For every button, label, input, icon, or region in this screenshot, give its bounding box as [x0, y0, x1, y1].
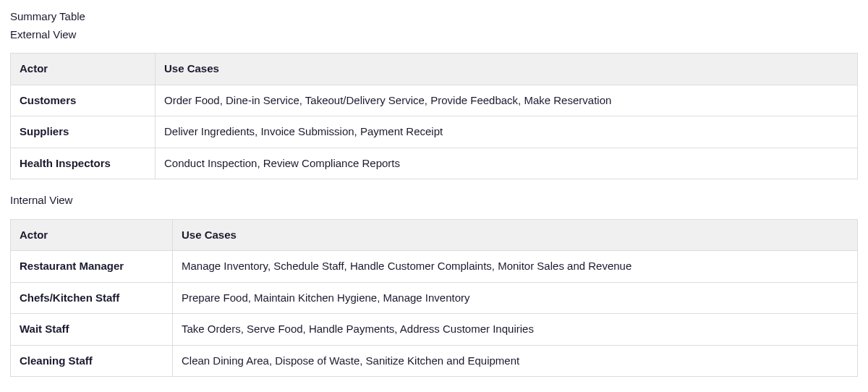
actor-cell: Chefs/Kitchen Staff — [11, 282, 173, 314]
actor-cell: Restaurant Manager — [11, 251, 173, 283]
col-actor-header: Actor — [11, 54, 156, 85]
col-usecases-header: Use Cases — [173, 219, 858, 251]
actor-cell: Suppliers — [11, 116, 156, 148]
table-header-row: Actor Use Cases — [11, 54, 858, 85]
table-row: Cleaning Staff Clean Dining Area, Dispos… — [11, 345, 858, 377]
table-row: Restaurant Manager Manage Inventory, Sch… — [11, 251, 858, 283]
usecases-cell: Take Orders, Serve Food, Handle Payments… — [173, 314, 858, 346]
table-row: Customers Order Food, Dine-in Service, T… — [11, 85, 858, 116]
usecases-cell: Clean Dining Area, Dispose of Waste, San… — [173, 345, 858, 377]
table-row: Wait Staff Take Orders, Serve Food, Hand… — [11, 314, 858, 346]
actor-cell: Customers — [11, 85, 156, 116]
usecases-cell: Manage Inventory, Schedule Staff, Handle… — [173, 251, 858, 283]
actor-cell: Wait Staff — [11, 314, 173, 346]
table-row: Suppliers Deliver Ingredients, Invoice S… — [11, 116, 858, 148]
internal-view-heading: Internal View — [10, 192, 858, 209]
usecases-cell: Prepare Food, Maintain Kitchen Hygiene, … — [173, 282, 858, 314]
table-row: Health Inspectors Conduct Inspection, Re… — [11, 148, 858, 179]
col-actor-header: Actor — [11, 219, 173, 251]
table-row: Chefs/Kitchen Staff Prepare Food, Mainta… — [11, 282, 858, 314]
page-title: Summary Table — [10, 9, 858, 25]
usecases-cell: Deliver Ingredients, Invoice Submission,… — [156, 116, 858, 148]
external-view-heading: External View — [10, 27, 858, 43]
usecases-cell: Conduct Inspection, Review Compliance Re… — [156, 148, 858, 179]
col-usecases-header: Use Cases — [156, 54, 858, 85]
internal-table: Actor Use Cases Restaurant Manager Manag… — [10, 219, 858, 378]
table-header-row: Actor Use Cases — [11, 219, 858, 251]
actor-cell: Cleaning Staff — [11, 345, 173, 377]
external-table: Actor Use Cases Customers Order Food, Di… — [10, 53, 858, 179]
actor-cell: Health Inspectors — [11, 148, 156, 179]
usecases-cell: Order Food, Dine-in Service, Takeout/Del… — [156, 85, 858, 116]
